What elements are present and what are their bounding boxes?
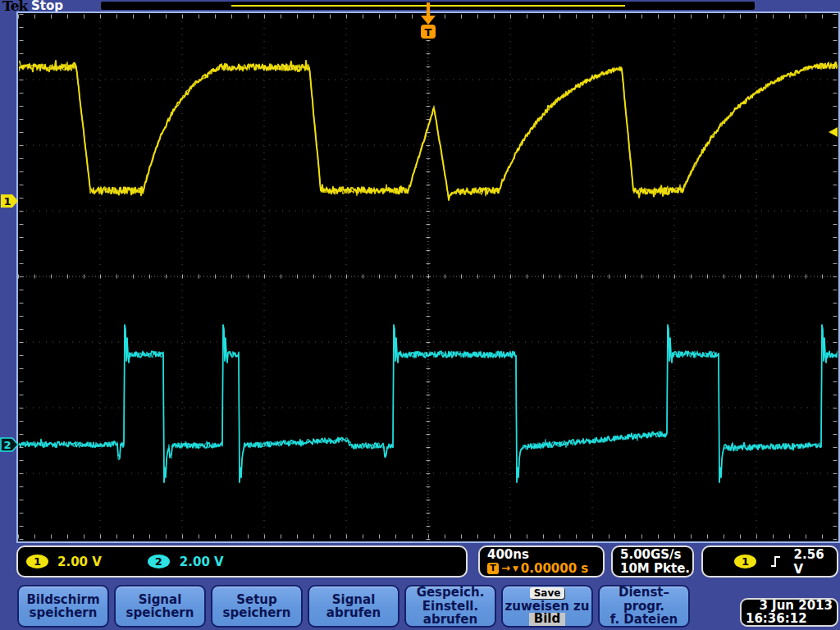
menu-button-label: speichern	[126, 606, 194, 620]
menu-button-1[interactable]: Bildschirmspeichern	[17, 585, 109, 628]
menu-button-3[interactable]: Setupspeichern	[211, 585, 303, 628]
acquisition-status: Stop	[31, 0, 63, 13]
arrow-right-icon: →	[501, 563, 510, 574]
menu-button-label: Bild	[529, 613, 565, 626]
channel-scale-readout: 1 2.00 V 2 2.00 V	[16, 546, 468, 578]
trigger-t-icon: T	[487, 563, 499, 574]
menu-button-7[interactable]: Dienst–progr.f. Dateien	[598, 585, 690, 628]
scope-graphics: T 1 2	[0, 0, 840, 630]
menu-button-4[interactable]: Signalabrufen	[308, 585, 399, 628]
ch1-scale: 2.00 V	[57, 555, 102, 569]
menu-button-label: f. Dateien	[610, 613, 678, 627]
trigger-readout: 1 2.56 V	[701, 546, 838, 578]
rising-edge-icon	[769, 555, 783, 568]
graticule	[18, 14, 838, 541]
menu-button-5[interactable]: Gespeich.Einstell.abrufen	[404, 585, 496, 628]
timebase-scale: 400ns	[487, 548, 529, 562]
trigger-position-value: 0.00000 s	[521, 562, 588, 576]
menu-button-label: Save	[530, 587, 565, 599]
menu-button-label: Setup	[236, 593, 277, 607]
waveform-display	[17, 12, 839, 542]
menu-button-label: Gespeich.	[417, 586, 485, 600]
record-length: 10M Pkte.	[620, 562, 690, 576]
down-triangle-icon: ▼	[513, 563, 518, 574]
time-label: 16:36:12	[746, 613, 833, 626]
menu-button-label: Signal	[139, 593, 182, 607]
menu-button-label: Bildschirm	[26, 593, 99, 607]
ch2-readout-badge: 2	[148, 555, 170, 568]
tek-logo: Tek	[2, 0, 27, 14]
trigger-level-arrow[interactable]	[829, 127, 838, 137]
ch1-marker[interactable]: 1	[1, 194, 18, 208]
ch2-scale: 2.00 V	[180, 555, 224, 569]
menu-button-label: Signal	[332, 593, 376, 607]
soft-menu: BildschirmspeichernSignalspeichernSetups…	[17, 585, 829, 628]
timebase-readout: 400ns T → ▼ 0.00000 s	[478, 546, 605, 578]
ch2-marker-label: 2	[3, 439, 11, 451]
ch2-marker[interactable]: 2	[1, 438, 18, 451]
menu-button-label: Einstell.	[422, 600, 478, 614]
menu-button-label: speichern	[223, 606, 291, 620]
menu-button-label: progr.	[623, 600, 664, 614]
datetime-box: 3 Jun 2013 16:36:12	[740, 598, 838, 627]
menu-button-label: abrufen	[423, 613, 477, 627]
waveform-traces	[18, 61, 839, 482]
header-bar: Tek Stop	[0, 0, 840, 12]
ch1-readout-badge: 1	[26, 555, 48, 568]
ch1-marker-label: 1	[3, 195, 11, 208]
sample-rate: 5.00GS/s	[620, 548, 682, 562]
menu-button-2[interactable]: Signalspeichern	[114, 585, 206, 628]
menu-button-label: speichern	[30, 606, 98, 620]
menu-button-label: abrufen	[326, 606, 381, 620]
trigger-level-value: 2.56 V	[794, 547, 837, 577]
trigger-source-badge: 1	[734, 555, 756, 568]
trigger-flag-label: T	[425, 26, 432, 39]
menu-button-label: Dienst–	[619, 586, 669, 600]
acquisition-readout: 5.00GS/s 10M Pkte.	[611, 546, 694, 578]
menu-button-6[interactable]: Savezuweisen zuBild	[501, 585, 593, 628]
